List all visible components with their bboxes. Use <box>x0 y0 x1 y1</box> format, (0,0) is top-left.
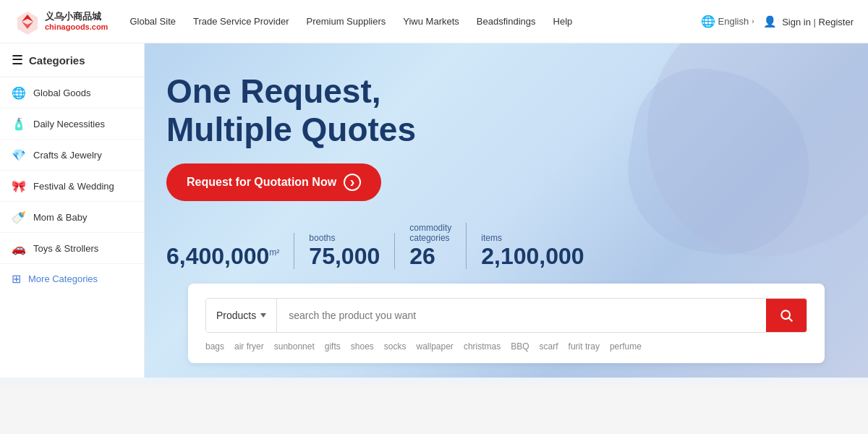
sidebar-item-toys-strollers[interactable]: 🚗 Toys & Strollers <box>0 233 144 264</box>
search-category-chevron-icon <box>260 313 266 318</box>
nav-premium-suppliers[interactable]: Premium Suppliers <box>306 16 386 27</box>
global-goods-icon: 🌐 <box>12 85 26 100</box>
sidebar-item-mom-baby[interactable]: 🍼 Mom & Baby <box>0 202 144 233</box>
stats-row: 6,400,000m² booths 75,000 commoditycateg… <box>166 223 846 269</box>
sidebar-item-global-goods[interactable]: 🌐 Global Goods <box>0 77 144 109</box>
stat-categories-value: 26 <box>409 244 435 269</box>
nav-beadsfindings[interactable]: Beadsfindings <box>477 16 536 27</box>
stat-booths: booths 75,000 <box>309 233 395 269</box>
nav-links: Global Site Trade Service Provider Premi… <box>129 16 700 27</box>
search-icon <box>779 308 793 323</box>
sidebar: ☰ Categories 🌐 Global Goods 🧴 Daily Nece… <box>0 43 145 378</box>
lang-label: English <box>718 16 749 27</box>
sidebar-item-more-categories[interactable]: ⊞ More Categories <box>0 264 144 294</box>
search-tag-christmas[interactable]: christmas <box>464 341 501 352</box>
banner-title-line2: Multiple Quotes <box>166 111 846 149</box>
more-categories-label: More Categories <box>28 273 98 284</box>
bottom-strip <box>0 378 868 385</box>
banner-title: One Request, Multiple Quotes <box>166 72 846 149</box>
search-area: Products bags air fryer sunbonnet <box>188 284 825 363</box>
menu-icon: ☰ <box>12 52 23 68</box>
mom-baby-icon: 🍼 <box>12 210 26 224</box>
nav-yiwu-markets[interactable]: Yiwu Markets <box>403 16 459 27</box>
festival-wedding-icon: 🎀 <box>12 179 26 193</box>
sidebar-item-label-global-goods: Global Goods <box>33 88 91 98</box>
search-tag-air-fryer[interactable]: air fryer <box>234 341 264 352</box>
rfq-button-label: Request for Quotation Now <box>187 176 336 189</box>
search-tag-bags[interactable]: bags <box>205 341 224 352</box>
header-right: 🌐 English › 👤 Sign in | Register <box>701 14 854 28</box>
stat-items-value: 2,100,000 <box>481 244 584 269</box>
logo[interactable]: 义乌小商品城 chinagoods.com <box>14 9 108 35</box>
svg-line-2 <box>789 318 793 322</box>
svg-point-1 <box>781 310 790 319</box>
stat-categories: commoditycategories 26 <box>409 223 467 269</box>
stat-area: 6,400,000m² <box>166 233 294 269</box>
auth-links: 👤 Sign in | Register <box>763 15 854 28</box>
search-tags: bags air fryer sunbonnet gifts shoes soc… <box>205 341 807 352</box>
search-tag-wallpaper[interactable]: wallpaper <box>417 341 454 352</box>
rfq-arrow-icon: › <box>344 174 361 191</box>
toys-strollers-icon: 🚗 <box>12 241 26 255</box>
stat-categories-label: commoditycategories <box>409 223 451 244</box>
nav-global-site[interactable]: Global Site <box>129 16 176 27</box>
register-link[interactable]: Register <box>819 17 854 27</box>
search-button[interactable] <box>766 299 807 332</box>
user-icon: 👤 <box>763 15 777 27</box>
banner-area: One Request, Multiple Quotes Request for… <box>145 43 868 378</box>
search-tag-scarf[interactable]: scarf <box>540 341 558 352</box>
search-tag-sunbonnet[interactable]: sunbonnet <box>274 341 315 352</box>
sidebar-item-crafts-jewelry[interactable]: 💎 Crafts & Jewelry <box>0 140 144 171</box>
sidebar-item-festival-wedding[interactable]: 🎀 Festival & Wedding <box>0 171 144 202</box>
stat-booths-value: 75,000 <box>309 244 380 269</box>
lang-chevron-icon: › <box>752 17 754 25</box>
banner-title-line1: One Request, <box>166 72 846 111</box>
more-categories-icon: ⊞ <box>12 272 21 286</box>
search-tag-bbq[interactable]: BBQ <box>511 341 529 352</box>
stat-items: items 2,100,000 <box>481 233 598 269</box>
logo-cn: 义乌小商品城 <box>45 12 108 22</box>
sidebar-title: Categories <box>29 54 85 67</box>
search-tag-furit-tray[interactable]: furit tray <box>569 341 600 352</box>
search-category-label: Products <box>216 310 256 321</box>
search-tag-perfume[interactable]: perfume <box>610 341 642 352</box>
search-bar: Products <box>205 298 807 333</box>
search-input[interactable] <box>277 299 766 332</box>
stat-booths-label: booths <box>309 233 335 243</box>
globe-icon: 🌐 <box>701 14 715 28</box>
sidebar-item-label-mom-baby: Mom & Baby <box>33 212 87 223</box>
sidebar-item-daily-necessities[interactable]: 🧴 Daily Necessities <box>0 109 144 140</box>
logo-en: chinagoods.com <box>45 22 108 31</box>
sidebar-item-label-crafts-jewelry: Crafts & Jewelry <box>33 150 102 161</box>
sidebar-header: ☰ Categories <box>0 43 144 77</box>
sidebar-item-label-toys-strollers: Toys & Strollers <box>33 243 98 254</box>
search-tag-socks[interactable]: socks <box>384 341 407 352</box>
search-tag-gifts[interactable]: gifts <box>325 341 341 352</box>
logo-text: 义乌小商品城 chinagoods.com <box>45 12 108 30</box>
crafts-jewelry-icon: 💎 <box>12 148 26 162</box>
header: 义乌小商品城 chinagoods.com Global Site Trade … <box>0 0 868 43</box>
stat-items-label: items <box>481 233 502 243</box>
daily-necessities-icon: 🧴 <box>12 116 26 131</box>
nav-help[interactable]: Help <box>553 16 573 27</box>
search-category-selector[interactable]: Products <box>206 299 277 332</box>
stat-area-value: 6,400,000m² <box>166 244 279 269</box>
main-layout: ☰ Categories 🌐 Global Goods 🧴 Daily Nece… <box>0 43 868 378</box>
sidebar-item-label-festival-wedding: Festival & Wedding <box>33 181 114 192</box>
rfq-button[interactable]: Request for Quotation Now › <box>166 163 381 201</box>
banner-content: One Request, Multiple Quotes Request for… <box>145 43 868 378</box>
search-tag-shoes[interactable]: shoes <box>351 341 374 352</box>
sign-in-link[interactable]: Sign in <box>782 17 811 27</box>
sidebar-item-label-daily-necessities: Daily Necessities <box>33 119 105 129</box>
nav-trade-service[interactable]: Trade Service Provider <box>193 16 289 27</box>
logo-icon <box>14 9 41 35</box>
language-selector[interactable]: 🌐 English › <box>701 14 754 28</box>
